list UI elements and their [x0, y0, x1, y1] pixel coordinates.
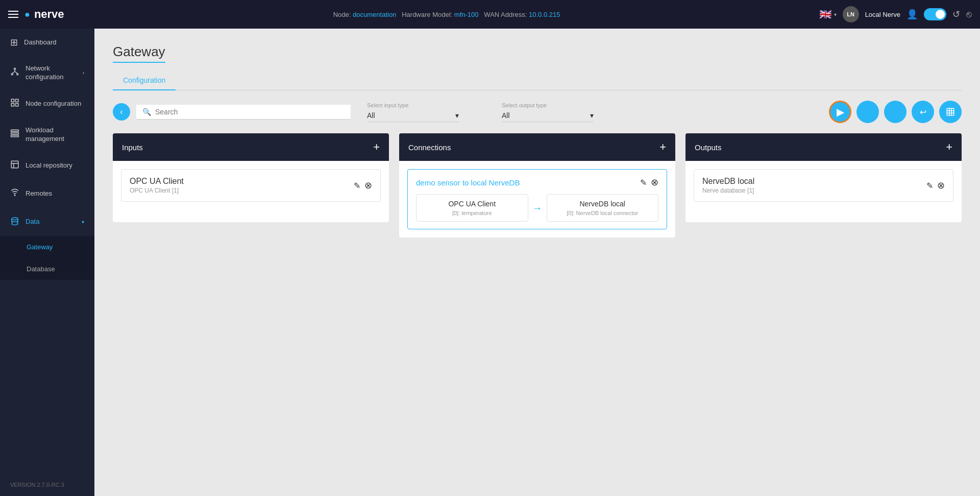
wan-label: WAN Address:: [484, 11, 527, 18]
output-filter-label: Select output type: [502, 102, 594, 108]
nervedb-local-delete-button[interactable]: ⊗: [937, 180, 945, 191]
local-repo-icon: [10, 160, 19, 172]
search-wrapper: 🔍: [136, 105, 351, 120]
opc-ua-client-edit-button[interactable]: ✎: [354, 181, 360, 191]
filter-group: Select input type All ▾ Select output ty…: [367, 102, 594, 122]
import-button[interactable]: [856, 101, 879, 123]
sidebar-item-data[interactable]: Data ▾: [0, 208, 94, 236]
opc-ua-client-delete-button[interactable]: ⊗: [364, 180, 372, 191]
svg-rect-7: [16, 99, 18, 102]
svg-rect-6: [11, 99, 14, 102]
conn-header: demo sensor to local NerveDB ✎ ⊗: [416, 177, 658, 188]
outputs-body: NerveDB local Nerve database [1] ✎ ⊗: [685, 161, 962, 222]
conn-flow-arrow: →: [532, 202, 543, 214]
opc-ua-client-sub: OPC UA Client [1]: [130, 187, 184, 194]
sidebar-label-remotes: Remotes: [26, 190, 52, 198]
connections-body: demo sensor to local NerveDB ✎ ⊗ OPC UA …: [399, 161, 675, 238]
undo-button[interactable]: ↩: [912, 101, 934, 123]
inputs-column: Inputs + OPC UA Client OPC UA Client [1]…: [113, 133, 389, 222]
page-title: Gateway: [113, 44, 165, 63]
language-chevron: ▾: [834, 12, 837, 17]
conn-source-sub: [0]: temperature: [423, 210, 522, 216]
opc-ua-client-actions: ✎ ⊗: [354, 180, 372, 191]
data-arrow: ▾: [82, 219, 84, 225]
connections-title: Connections: [408, 143, 451, 152]
logo-icon: ●: [24, 9, 30, 20]
connections-column: Connections + demo sensor to local Nerve…: [399, 133, 675, 238]
opc-ua-client-name: OPC UA Client: [130, 177, 184, 186]
input-filter-value: All: [367, 111, 375, 120]
wan-value: 10.0.0.215: [529, 11, 560, 18]
conn-edit-button[interactable]: ✎: [640, 177, 647, 188]
topnav: ● nerve Node: documentation Hardware Mod…: [0, 0, 980, 29]
svg-point-16: [14, 195, 15, 196]
input-filter-select[interactable]: All ▾: [367, 109, 459, 122]
svg-rect-11: [11, 133, 19, 134]
connections-header: Connections +: [399, 133, 675, 161]
inputs-header: Inputs +: [113, 133, 389, 161]
svg-point-0: [14, 68, 16, 70]
tab-configuration[interactable]: Configuration: [113, 71, 176, 90]
node-config-icon: [10, 98, 19, 110]
sidebar-item-remotes[interactable]: Remotes: [0, 180, 94, 208]
output-type-filter: Select output type All ▾: [502, 102, 594, 122]
conn-target-node: NerveDB local [0]: NerveDB local connect…: [547, 194, 659, 222]
sidebar-label-network-config: Network configuration: [26, 64, 77, 82]
svg-line-4: [12, 72, 15, 74]
sidebar-sub-database[interactable]: Database: [0, 258, 94, 280]
output-filter-select[interactable]: All ▾: [502, 109, 594, 122]
logo-text: nerve: [34, 8, 64, 21]
refresh-icon[interactable]: ↺: [952, 9, 960, 20]
inputs-add-button[interactable]: +: [373, 140, 380, 154]
hardware-value: mfn-100: [454, 11, 479, 18]
connections-add-button[interactable]: +: [659, 140, 666, 154]
search-icon: 🔍: [142, 108, 151, 116]
display-button[interactable]: [939, 101, 962, 123]
menu-hamburger[interactable]: [8, 11, 18, 18]
theme-toggle[interactable]: [924, 8, 946, 20]
sidebar-item-workload-mgmt[interactable]: Workload management: [0, 118, 94, 152]
logout-icon[interactable]: ⎋: [966, 9, 972, 20]
user-icon[interactable]: 👤: [906, 9, 918, 20]
sidebar-label-node-config: Node configuration: [26, 100, 81, 108]
svg-line-5: [15, 72, 17, 74]
language-selector[interactable]: 🇬🇧 ▾: [819, 8, 837, 20]
svg-point-1: [11, 74, 13, 75]
sidebar-item-network-config[interactable]: Network configuration ›: [0, 56, 94, 90]
remotes-icon: [10, 188, 19, 200]
sidebar-sub-gateway[interactable]: Gateway: [0, 236, 94, 258]
opc-ua-client-card: OPC UA Client OPC UA Client [1] ✎ ⊗: [121, 169, 381, 202]
hardware-label: Hardware Model:: [402, 11, 452, 18]
collapse-button[interactable]: ‹: [113, 103, 130, 121]
node-value: documentation: [353, 11, 396, 18]
play-button[interactable]: ▶: [829, 101, 851, 123]
outputs-add-button[interactable]: +: [946, 140, 952, 154]
nervedb-local-name: NerveDB local: [702, 177, 754, 186]
toolbar-row: ‹ 🔍 Select input type All ▾ Select outpu: [113, 101, 962, 123]
node-info: Node: documentation Hardware Model: mfn-…: [81, 11, 813, 18]
sidebar-label-local-repo: Local repository: [26, 161, 72, 170]
conn-source-node: OPC UA Client [0]: temperature: [416, 194, 528, 222]
outputs-header: Outputs +: [685, 133, 962, 161]
sidebar-item-local-repo[interactable]: Local repository: [0, 152, 94, 180]
outputs-title: Outputs: [695, 143, 722, 152]
svg-rect-8: [11, 103, 14, 106]
columns-row: Inputs + OPC UA Client OPC UA Client [1]…: [113, 133, 962, 238]
conn-actions: ✎ ⊗: [640, 177, 658, 188]
sidebar-item-dashboard[interactable]: ⊞ Dashboard: [0, 29, 94, 56]
local-nerve-label: Local Nerve: [865, 11, 900, 18]
conn-delete-button[interactable]: ⊗: [651, 177, 658, 188]
nervedb-local-edit-button[interactable]: ✎: [926, 181, 933, 191]
export-button[interactable]: [884, 101, 906, 123]
nervedb-local-actions: ✎ ⊗: [926, 180, 945, 191]
outputs-column: Outputs + NerveDB local Nerve database […: [685, 133, 962, 222]
conn-source-name: OPC UA Client: [423, 200, 522, 208]
output-filter-chevron: ▾: [590, 111, 594, 120]
svg-rect-18: [947, 108, 954, 115]
nervedb-local-card: NerveDB local Nerve database [1] ✎ ⊗: [694, 169, 953, 202]
input-type-filter: Select input type All ▾: [367, 102, 459, 122]
search-input[interactable]: [155, 108, 345, 116]
demo-sensor-conn-card: demo sensor to local NerveDB ✎ ⊗ OPC UA …: [407, 169, 667, 229]
sidebar-item-node-config[interactable]: Node configuration: [0, 90, 94, 118]
conn-flow: OPC UA Client [0]: temperature → NerveDB…: [416, 194, 658, 222]
